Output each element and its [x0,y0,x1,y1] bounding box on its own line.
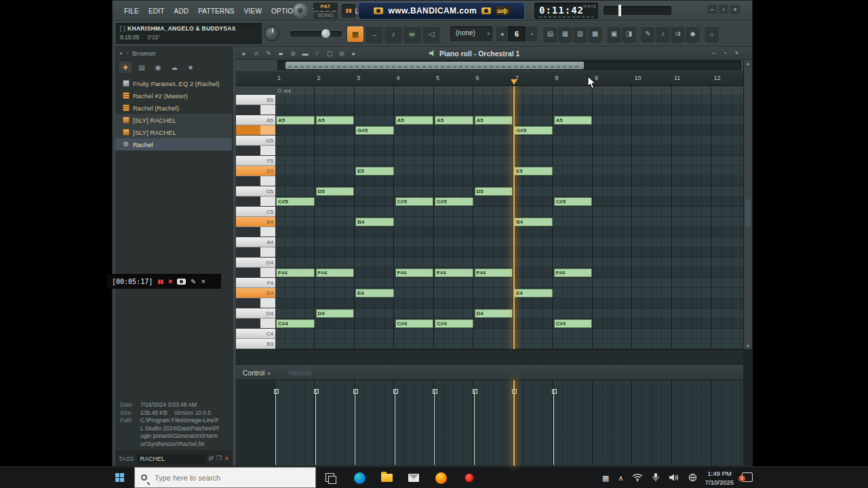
tablet-mode-icon[interactable]: ▦ [602,474,609,483]
midi-note-b4[interactable]: B4 [514,218,553,226]
tags-clear-icon[interactable]: × [224,455,229,462]
pr-minimize-icon[interactable]: – [709,48,718,58]
piano-key-cs4[interactable] [236,319,275,329]
midi-note-fs4[interactable]: F#4 [475,268,513,277]
piano-key-b5[interactable]: B5 [236,95,275,105]
piano-key-c5[interactable]: C5 [236,207,275,217]
snap-magnet-icon[interactable]: ∩ [251,48,262,58]
midi-note-e5[interactable]: E5 [355,167,394,176]
piano-key-c4[interactable]: C4 [236,329,275,339]
scrollbar-thumb[interactable] [285,62,584,69]
piano-key-g4[interactable]: G4 [236,258,275,268]
pattern-mode-button[interactable]: PAT [313,3,338,11]
vertical-scrollbar[interactable]: ▲ ▼ [743,60,752,349]
recorder-pause-button[interactable]: ▮▮ [157,279,163,285]
zoom-tool-icon[interactable]: ◎ [336,48,347,58]
velocity-handle[interactable] [355,389,355,465]
midi-note-d5[interactable]: D5 [475,187,513,196]
midi-note-cs5[interactable]: C#5 [554,197,593,206]
midi-note-a5[interactable]: A5 [276,116,315,125]
select-tool-icon[interactable]: ▢ [324,48,335,58]
edge-icon[interactable] [353,471,366,485]
delete-tool-icon[interactable]: ⊘ [288,48,298,58]
volume-slider-thumb[interactable] [618,5,621,16]
recorder-close-button[interactable]: × [201,277,205,285]
midi-note-fs4[interactable]: F#4 [554,268,593,277]
browser-item[interactable]: [SLY] RACHEL [115,126,232,138]
start-button[interactable] [115,473,125,483]
velocity-handle[interactable] [434,389,435,465]
tags-copy-icon[interactable]: ❐ [216,455,222,462]
fl-logo-icon[interactable] [293,3,308,18]
browser-toggle-icon[interactable]: ▣ [608,26,620,41]
piano-key-f5[interactable]: F5 [236,156,275,166]
menu-item-edit[interactable]: EDIT [144,7,170,15]
midi-note-e5[interactable]: E5 [514,167,553,176]
piano-key-cs5[interactable] [236,197,275,207]
menu-item-patterns[interactable]: PATTERNS [193,7,239,15]
midi-note-cs4[interactable]: C#4 [554,319,593,328]
vertical-scrollbar-thumb[interactable] [745,199,751,226]
speaker-icon[interactable] [669,473,679,483]
shuffle-slider-thumb[interactable] [321,29,330,38]
midi-note-gs5[interactable]: G#5 [355,126,394,135]
piano-key-g5[interactable]: G5 [236,136,275,146]
midi-note-e4[interactable]: E4 [355,289,394,298]
browser-item[interactable]: Rachel #2 (Master) [115,89,232,102]
up-level-icon[interactable]: ↑ [126,50,129,56]
velocity-handle[interactable] [553,389,554,465]
task-view-button[interactable] [326,473,334,482]
main-volume-slider[interactable] [604,6,671,15]
pr-maximize-icon[interactable]: ▫ [721,48,730,58]
metronome-icon[interactable]: ◁ [423,26,439,42]
mixer-icon[interactable]: ▩ [589,26,601,41]
piano-key-as5[interactable] [236,105,275,115]
tools-menu-icon[interactable]: ◆ [686,26,699,41]
wifi-icon[interactable] [632,473,643,483]
step-edit-icon[interactable]: → [366,26,382,42]
velocity-handle[interactable] [315,389,316,465]
midi-note-a5[interactable]: A5 [475,116,513,125]
piano-key-ds5[interactable] [236,176,275,186]
hidden-icons-chevron[interactable]: ∧ [618,474,623,483]
slice-tool-icon[interactable]: ∕ [312,48,323,58]
midi-note-cs5[interactable]: C#5 [276,197,315,206]
piano-key-d5[interactable]: D5 [236,186,275,197]
shuffle-slider[interactable] [290,31,342,37]
tags-sync-icon[interactable]: ⇄ [209,455,214,462]
mail-icon[interactable] [407,471,420,485]
browser-item[interactable]: ⚙Rachel [115,138,232,150]
piano-key-d4[interactable]: D4 [236,308,275,319]
recorder-camera-button[interactable] [177,279,186,285]
target-plus-icon[interactable]: ✚ [118,60,133,74]
midi-note-b4[interactable]: B4 [355,218,394,226]
piano-key-as4[interactable] [236,227,275,237]
midi-note-cs5[interactable]: C#5 [395,197,434,206]
spinner-decrement-button[interactable]: ◄ [496,26,507,41]
velocity-handle[interactable] [474,389,475,465]
browser-item[interactable]: [SLY] RACHEL [115,114,232,126]
recorder-draw-button[interactable]: ✎ [191,278,196,285]
browser-item[interactable]: Rachel (Rachel) [115,102,232,114]
midi-note-a5[interactable]: A5 [316,116,355,125]
search-input[interactable] [153,473,296,483]
microphone-icon[interactable] [652,472,660,483]
spinner-increment-button[interactable]: + [526,26,537,41]
paint-tool-icon[interactable]: ▰ [275,48,286,58]
control-panel-header[interactable]: Control ▸ Velocity [236,365,743,380]
piano-key-fs5[interactable] [236,146,275,156]
target-selector[interactable]: (none) ▾ [450,26,492,41]
remote-control-icon[interactable]: ⇉ [671,26,684,41]
recording-loop-icon[interactable]: ∞ [404,26,420,42]
midi-note-gs5[interactable]: G#5 [514,126,553,135]
note-options-icon[interactable]: ♪ [656,26,669,41]
network-globe-icon[interactable] [688,473,697,483]
mute-tool-icon[interactable]: ▬ [300,48,311,58]
piano-key-fs4[interactable] [236,268,275,278]
midi-note-d4[interactable]: D4 [475,309,513,318]
velocity-handle[interactable] [275,389,276,465]
file-explorer-icon[interactable] [380,471,393,485]
shop-icon[interactable]: ⌂ [705,26,718,41]
pause-button[interactable]: ▮▮ [342,4,355,18]
typing-keyboard-icon[interactable]: ▦ [347,26,363,42]
